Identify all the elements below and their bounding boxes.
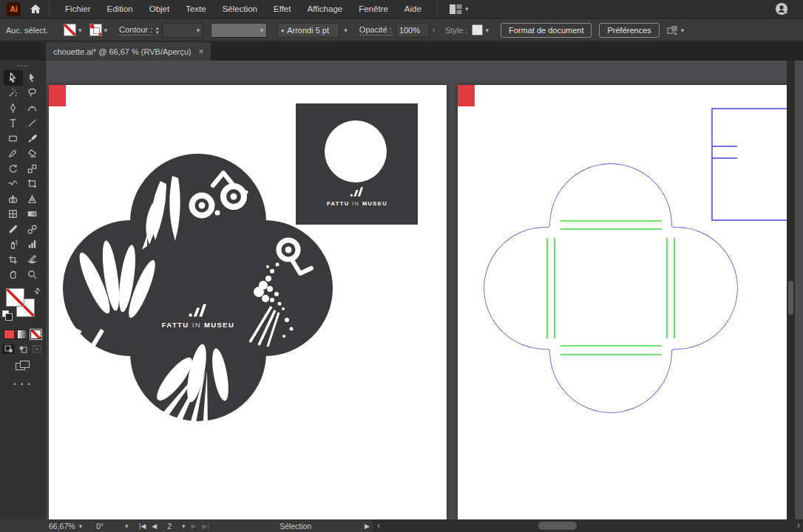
zoom-tool[interactable] xyxy=(23,267,42,283)
opacity-label[interactable]: Opacité : xyxy=(359,25,392,35)
stroke-color-swatch[interactable] xyxy=(89,24,102,36)
chevron-down-icon[interactable]: ▾ xyxy=(485,27,489,34)
selection-status: Auc. sélect. xyxy=(6,26,55,35)
zoom-level-dropdown[interactable]: 66,67% ▾ xyxy=(49,519,82,532)
status-indicator[interactable]: Sélection xyxy=(279,519,311,532)
column-graph-tool[interactable] xyxy=(23,237,42,253)
blend-tool[interactable] xyxy=(23,222,42,237)
menu-fenetre[interactable]: Fenêtre xyxy=(350,4,396,13)
control-bar: Auc. sélect. ▾ ▾ Contour : ▴ ▾ ▾ ▾ • Arr… xyxy=(0,19,803,41)
artboard-tool[interactable] xyxy=(4,252,23,267)
width-tool[interactable] xyxy=(4,177,23,192)
mesh-tool[interactable] xyxy=(4,207,23,222)
vertical-scrollbar-thumb[interactable] xyxy=(788,281,793,315)
document-setup-button[interactable]: Format de document xyxy=(501,23,592,38)
slice-tool[interactable] xyxy=(23,252,42,267)
scale-tool[interactable] xyxy=(23,161,42,177)
menu-selection[interactable]: Sélection xyxy=(214,4,265,13)
chevron-right-icon[interactable]: › xyxy=(430,27,438,34)
screen-mode-button[interactable] xyxy=(16,361,30,372)
brand-mark-icon xyxy=(349,186,365,197)
free-transform-tool[interactable] xyxy=(23,177,42,192)
scroll-left-icon[interactable]: ‹ xyxy=(377,520,380,531)
lasso-tool[interactable] xyxy=(23,86,42,101)
workspace-switcher[interactable]: ▾ xyxy=(450,4,469,14)
rotation-dropdown[interactable]: 0° ▾ xyxy=(96,519,129,532)
shape-builder-tool[interactable] xyxy=(4,191,23,207)
none-button[interactable] xyxy=(30,330,41,339)
previous-artboard-button[interactable]: ◀ xyxy=(152,522,157,530)
menu-texte[interactable]: Texte xyxy=(177,4,214,13)
canvas[interactable]: FATTU IN MUSEU xyxy=(46,61,795,519)
rotate-tool[interactable] xyxy=(4,161,23,177)
draw-normal-mode[interactable] xyxy=(2,344,15,354)
hand-tool[interactable] xyxy=(4,267,23,283)
brush-definition-dropdown[interactable]: • Arrondi 5 pt xyxy=(277,23,339,38)
color-button[interactable] xyxy=(4,330,15,339)
chevron-down-icon: ▾ xyxy=(681,27,685,34)
horizontal-scrollbar[interactable]: ‹ › xyxy=(373,519,803,532)
fill-proxy-swatch[interactable] xyxy=(6,288,24,307)
first-artboard-button[interactable]: |◀ xyxy=(139,522,146,530)
gradient-button[interactable] xyxy=(17,330,28,339)
eyedropper-tool[interactable] xyxy=(4,222,23,237)
stroke-weight-dropdown[interactable]: ▾ xyxy=(162,23,203,38)
close-icon[interactable]: × xyxy=(198,47,203,57)
account-icon[interactable]: + xyxy=(775,2,788,18)
dieline-artwork[interactable] xyxy=(458,85,793,519)
swap-fill-stroke-icon[interactable]: ⇄ xyxy=(32,286,42,296)
symbol-sprayer-tool[interactable] xyxy=(4,237,23,253)
pencil-tool[interactable] xyxy=(4,146,23,162)
preferences-button[interactable]: Préférences xyxy=(599,23,659,38)
stroke-weight-label[interactable]: Contour : xyxy=(119,25,152,35)
isolate-selection-control[interactable]: ▾ xyxy=(667,25,685,35)
artboard-marker[interactable] xyxy=(458,85,475,106)
stepper-down[interactable]: ▾ xyxy=(156,30,159,35)
horizontal-scrollbar-thumb[interactable] xyxy=(538,522,577,530)
default-fill-stroke-icon[interactable] xyxy=(2,310,9,317)
home-icon[interactable] xyxy=(30,4,41,14)
pen-tool[interactable] xyxy=(4,100,23,116)
direct-selection-tool[interactable] xyxy=(23,70,42,86)
panel-grip[interactable] xyxy=(0,63,45,69)
opacity-value-field[interactable]: 100% xyxy=(396,23,430,38)
width-profile-dropdown: ▾ xyxy=(211,23,267,38)
type-tool[interactable] xyxy=(4,116,23,132)
document-tab[interactable]: chouette.ai* @ 66,67 % (RVB/Aperçu) × xyxy=(46,42,211,61)
brand-mark-icon xyxy=(187,303,209,318)
edit-toolbar-button[interactable]: • • • xyxy=(0,381,45,388)
brand-logo[interactable]: FATTU IN MUSEU xyxy=(146,303,250,329)
chevron-down-icon[interactable]: ▾ xyxy=(182,522,186,530)
gradient-tool[interactable] xyxy=(23,207,42,222)
menu-aide[interactable]: Aide xyxy=(396,4,430,13)
graphic-style-swatch[interactable] xyxy=(472,24,483,35)
chevron-down-icon[interactable]: ▾ xyxy=(104,27,108,34)
menu-fichier[interactable]: Fichier xyxy=(57,4,99,13)
scroll-right-icon[interactable]: › xyxy=(797,520,800,531)
chevron-down-icon: ▾ xyxy=(79,522,83,530)
stroke-weight-stepper[interactable]: ▴ ▾ xyxy=(152,23,162,38)
status-expand-button[interactable]: ▶ xyxy=(365,519,370,532)
brush-bullet: • xyxy=(281,26,284,35)
chevron-down-icon[interactable]: ▾ xyxy=(78,27,82,34)
vertical-scrollbar[interactable] xyxy=(787,61,795,519)
card-artwork[interactable]: FATTU IN MUSEU xyxy=(296,103,418,225)
artboard-marker[interactable] xyxy=(49,85,66,106)
draw-behind-mode[interactable] xyxy=(16,344,29,354)
menu-edition[interactable]: Edition xyxy=(99,4,141,13)
menu-affichage[interactable]: Affichage xyxy=(299,4,350,13)
curvature-tool[interactable] xyxy=(23,100,42,116)
drawing-mode-buttons xyxy=(0,344,45,354)
perspective-grid-tool[interactable] xyxy=(23,191,42,207)
menu-objet[interactable]: Objet xyxy=(141,4,178,13)
paintbrush-tool[interactable] xyxy=(23,131,42,146)
menu-effet[interactable]: Effet xyxy=(265,4,299,13)
selection-tool[interactable] xyxy=(4,70,23,86)
magic-wand-tool[interactable] xyxy=(4,86,23,101)
artboard-number-field[interactable]: 2 xyxy=(163,522,176,531)
chevron-down-icon[interactable]: ▾ xyxy=(341,27,350,34)
line-segment-tool[interactable] xyxy=(23,116,42,132)
rectangle-tool[interactable] xyxy=(4,131,23,146)
fill-color-swatch[interactable] xyxy=(64,24,76,36)
eraser-tool[interactable] xyxy=(23,146,42,162)
